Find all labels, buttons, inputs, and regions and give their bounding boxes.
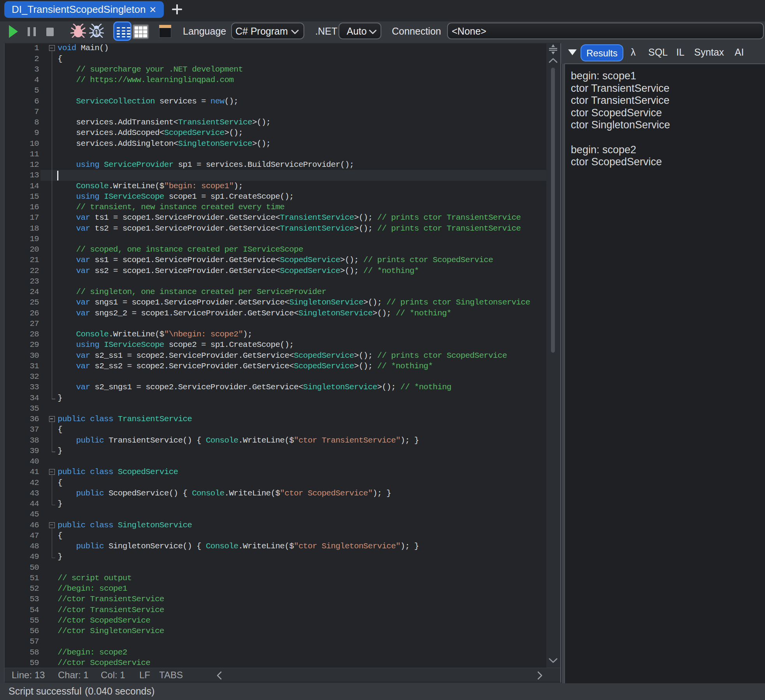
svg-text:1: 1 [95, 29, 98, 36]
